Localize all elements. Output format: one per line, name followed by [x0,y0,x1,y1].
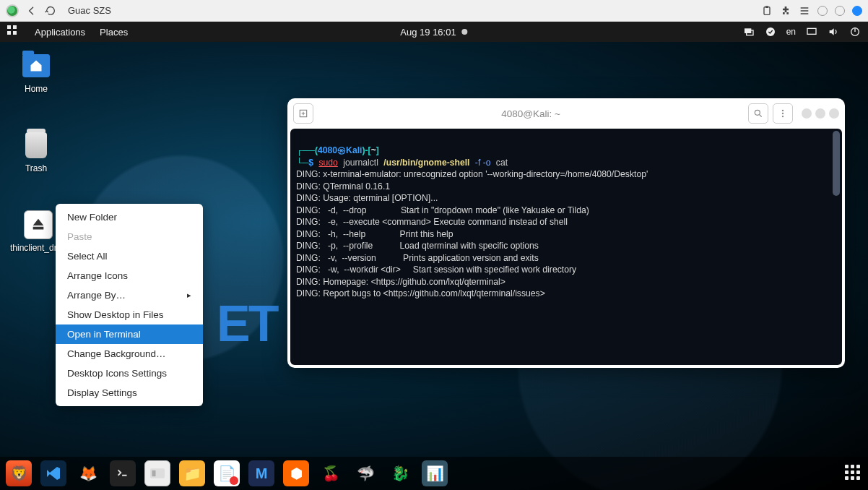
svg-point-9 [782,110,784,111]
places-menu[interactable]: Places [92,27,135,38]
clipboard-icon[interactable] [761,5,773,17]
dock: 🦁 🦊 📁 📄 M ⬢ 🍒 🦈 🐉 📊 [0,457,868,490]
chevron-right-icon: ▸ [187,291,191,300]
svg-point-4 [766,27,775,36]
svg-point-11 [782,116,784,117]
show-apps-icon[interactable] [845,465,862,482]
desktop-context-menu: New Folder Paste Select All Arrange Icon… [56,204,203,406]
terminal-titlebar[interactable]: 4080@Kali: ~ [287,98,845,129]
dock-vscode-icon[interactable] [40,460,66,486]
ctx-select-all[interactable]: Select All [56,246,203,266]
window-max-icon[interactable] [835,6,845,16]
svg-rect-14 [152,470,156,476]
svg-rect-5 [807,28,816,34]
guacamole-favicon [6,4,19,17]
terminal-title: 4080@Kali: ~ [318,108,744,119]
svg-rect-12 [115,465,131,481]
ctx-new-folder[interactable]: New Folder [56,207,203,227]
clock[interactable]: Aug 19 16:01 [400,27,467,38]
extensions-icon[interactable] [780,5,791,17]
dock-wireshark-icon[interactable]: 🦈 [352,460,378,486]
menu-icon[interactable] [799,5,810,17]
dock-files-icon[interactable] [144,460,170,486]
display-icon[interactable] [806,26,817,38]
svg-rect-0 [764,7,770,14]
browser-chrome: Guac SZS [0,0,868,22]
browser-tab-title: Guac SZS [68,5,111,16]
ctx-arrange-by[interactable]: Arrange By…▸ [56,285,203,305]
terminal-body[interactable]: ┌──(4080㉿Kali)-[~] └─$ sudo journalctl /… [290,129,842,365]
dock-brave-icon[interactable]: 🦁 [6,460,32,486]
ctx-paste: Paste [56,227,203,246]
scrollbar[interactable] [833,131,840,196]
volume-icon[interactable] [828,26,839,38]
window-controls[interactable] [802,108,839,119]
hamburger-icon[interactable] [773,103,793,124]
window-min-icon[interactable] [817,6,828,16]
dock-text-editor-icon[interactable]: 📄 [214,460,240,486]
desktop[interactable]: ET Home Trash thinclient_drives New Fold… [0,42,868,490]
trash-label: Trash [25,163,47,173]
desktop-icon-trash[interactable]: Trash [10,130,62,173]
gnome-top-bar: Applications Places Aug 19 16:01 en [0,22,868,42]
notification-dot-icon [462,29,468,35]
power-icon[interactable] [849,26,861,38]
activities-icon[interactable] [7,25,20,38]
svg-point-10 [782,113,784,114]
minimize-icon [802,108,812,119]
close-icon [829,108,839,119]
ctx-open-terminal[interactable]: Open in Terminal [56,324,203,344]
search-icon[interactable] [748,103,768,124]
reload-icon[interactable] [45,5,56,17]
dock-terminal-icon[interactable] [110,460,136,486]
dock-metasploit-icon[interactable]: M [248,460,274,486]
maximize-icon [815,108,825,119]
terminal-window: 4080@Kali: ~ ┌──(4080㉿Kali)-[~] └─$ sudo… [287,98,845,368]
dock-filemanager-icon[interactable]: 📁 [179,460,205,486]
dock-kali-icon[interactable]: 🐉 [387,460,413,486]
wallpaper-text: ET [217,295,277,353]
svg-point-8 [755,110,760,115]
ctx-display-settings[interactable]: Display Settings [56,383,203,403]
dock-burp-icon[interactable]: ⬢ [283,460,309,486]
ctx-change-background[interactable]: Change Background… [56,344,203,364]
dock-sysmonitor-icon[interactable]: 📊 [422,460,448,486]
back-icon[interactable] [26,5,38,17]
dock-firefox-icon[interactable]: 🦊 [75,460,101,486]
new-tab-icon[interactable] [293,103,313,124]
clock-text: Aug 19 16:01 [400,27,456,38]
applications-menu[interactable]: Applications [27,27,92,38]
desktop-icon-home[interactable]: Home [10,51,62,94]
home-label: Home [25,84,48,94]
ctx-desktop-icons-settings[interactable]: Desktop Icons Settings [56,364,203,383]
update-icon[interactable] [765,26,776,38]
ctx-arrange-icons[interactable]: Arrange Icons [56,266,203,285]
window-close-icon[interactable] [852,6,862,16]
screen-icon[interactable] [743,26,755,38]
dock-cherrytree-icon[interactable]: 🍒 [318,460,344,486]
svg-rect-1 [765,6,768,8]
keyboard-lang[interactable]: en [786,27,796,37]
ctx-show-desktop-files[interactable]: Show Desktop in Files [56,305,203,324]
